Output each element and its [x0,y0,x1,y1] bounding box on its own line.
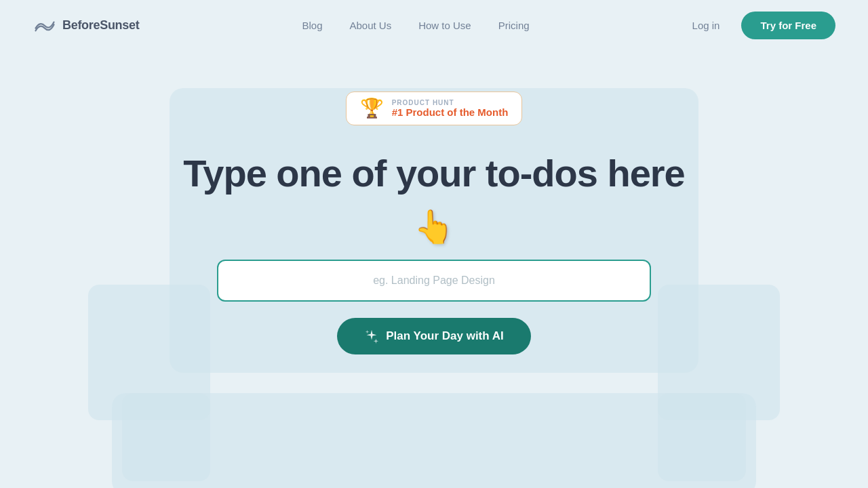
login-link[interactable]: Log in [692,20,720,31]
cursor-icon: 👆 [414,208,454,246]
nav-item-blog[interactable]: Blog [302,20,322,32]
sparkle-icon [364,329,379,344]
badge-title: #1 Product of the Month [392,106,509,118]
nav-item-about[interactable]: About Us [349,20,391,32]
nav-right: Log in Try for Free [692,12,835,39]
nav-link-how-to-use[interactable]: How to Use [418,20,471,31]
product-hunt-badge: 🏆 PRODUCT HUNT #1 Product of the Month [346,92,523,125]
badge-label: PRODUCT HUNT [392,99,509,106]
main-content: 🏆 PRODUCT HUNT #1 Product of the Month T… [0,51,868,354]
navbar: BeforeSunset Blog About Us How to Use Pr… [0,0,868,51]
nav-link-blog[interactable]: Blog [302,20,322,31]
trophy-icon: 🏆 [360,99,384,118]
main-heading: Type one of your to-dos here [183,152,684,195]
nav-link-pricing[interactable]: Pricing [498,20,530,31]
logo-icon [33,17,57,35]
bg-shape-bottom [112,393,756,488]
nav-item-pricing[interactable]: Pricing [498,20,530,32]
ai-button-label: Plan Your Day with AI [386,329,504,343]
logo-link[interactable]: BeforeSunset [33,17,139,35]
nav-links: Blog About Us How to Use Pricing [302,20,529,32]
nav-item-how-to-use[interactable]: How to Use [418,20,471,32]
nav-link-about[interactable]: About Us [349,20,391,31]
logo-text: BeforeSunset [62,18,139,33]
todo-input[interactable] [217,260,651,302]
try-for-free-button[interactable]: Try for Free [741,12,835,39]
plan-day-ai-button[interactable]: Plan Your Day with AI [337,318,531,354]
badge-text: PRODUCT HUNT #1 Product of the Month [392,99,509,118]
